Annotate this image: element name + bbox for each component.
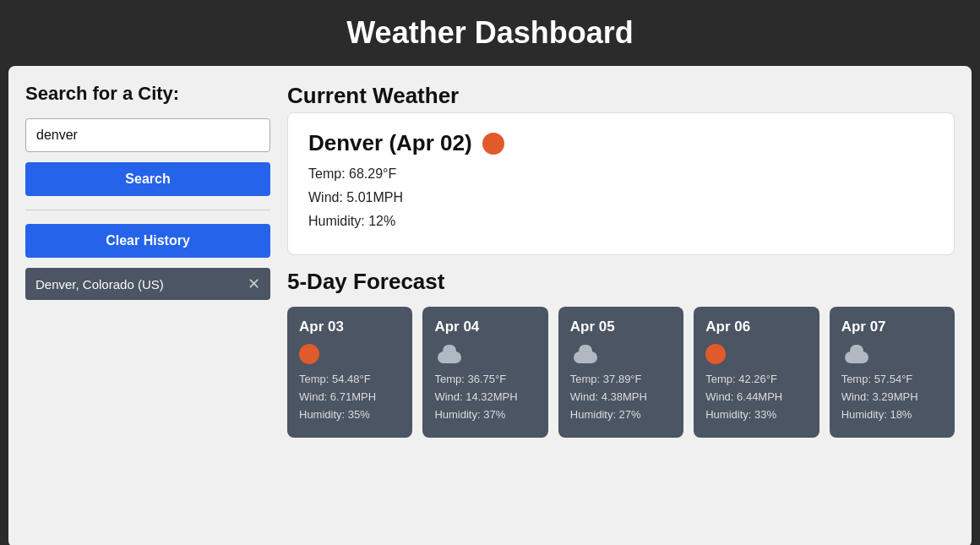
search-input[interactable] [25, 118, 270, 152]
forecast-temp: Temp: 57.54°F [841, 373, 943, 385]
history-item[interactable]: Denver, Colorado (US)✕ [25, 268, 270, 300]
page-title: Weather Dashboard [0, 15, 980, 51]
cloud-icon [434, 345, 465, 363]
forecast-wind: Wind: 3.29MPH [841, 390, 943, 403]
current-weather-title: Current Weather [287, 83, 955, 109]
sidebar: Search for a City: Search Clear History … [25, 83, 270, 531]
history-list: Denver, Colorado (US)✕ [25, 268, 270, 300]
search-button[interactable]: Search [25, 162, 270, 196]
cloud-icon [841, 345, 872, 363]
sun-icon [299, 344, 319, 364]
forecast-date: Apr 05 [570, 319, 672, 335]
forecast-temp: Temp: 37.89°F [570, 373, 672, 385]
page-header: Weather Dashboard [0, 0, 980, 66]
forecast-date: Apr 04 [434, 319, 536, 335]
forecast-date: Apr 06 [705, 319, 807, 335]
current-wind: Wind: 5.01MPH [308, 190, 934, 205]
search-label: Search for a City: [25, 83, 270, 105]
forecast-card: Apr 05Temp: 37.89°FWind: 4.38MPHHumidity… [558, 307, 683, 438]
current-weather-card: Denver (Apr 02) Temp: 68.29°F Wind: 5.01… [287, 112, 955, 255]
forecast-humidity: Humidity: 33% [705, 408, 807, 421]
forecast-humidity: Humidity: 18% [841, 408, 943, 421]
forecast-wind: Wind: 14.32MPH [434, 390, 536, 403]
forecast-cards: Apr 03Temp: 54.48°FWind: 6.71MPHHumidity… [287, 307, 955, 438]
forecast-date: Apr 03 [299, 319, 400, 335]
history-item-label: Denver, Colorado (US) [35, 277, 241, 292]
content-area: Current Weather Denver (Apr 02) Temp: 68… [287, 83, 955, 531]
forecast-section: 5-Day Forecast Apr 03Temp: 54.48°FWind: … [287, 269, 955, 438]
forecast-wind: Wind: 6.44MPH [705, 390, 807, 403]
forecast-card: Apr 04Temp: 36.75°FWind: 14.32MPHHumidit… [422, 307, 547, 438]
current-weather-section: Current Weather Denver (Apr 02) Temp: 68… [287, 83, 955, 255]
current-humidity: Humidity: 12% [308, 214, 934, 229]
city-name: Denver (Apr 02) [308, 130, 472, 156]
cloud-icon [570, 345, 601, 363]
forecast-title: 5-Day Forecast [287, 269, 955, 295]
divider [25, 210, 270, 210]
city-row: Denver (Apr 02) [308, 130, 934, 156]
forecast-date: Apr 07 [841, 319, 943, 335]
forecast-card: Apr 07Temp: 57.54°FWind: 3.29MPHHumidity… [830, 307, 955, 438]
forecast-temp: Temp: 36.75°F [434, 373, 536, 385]
forecast-card: Apr 06Temp: 42.26°FWind: 6.44MPHHumidity… [694, 307, 819, 438]
history-item-close-icon[interactable]: ✕ [248, 276, 260, 292]
forecast-humidity: Humidity: 27% [570, 408, 672, 421]
current-weather-sun-icon [482, 133, 504, 155]
forecast-humidity: Humidity: 35% [299, 408, 400, 421]
forecast-temp: Temp: 42.26°F [705, 373, 807, 385]
sun-icon [705, 344, 726, 364]
current-temp: Temp: 68.29°F [308, 166, 934, 182]
forecast-temp: Temp: 54.48°F [299, 373, 400, 385]
clear-history-button[interactable]: Clear History [25, 224, 270, 258]
forecast-wind: Wind: 6.71MPH [299, 390, 400, 403]
forecast-card: Apr 03Temp: 54.48°FWind: 6.71MPHHumidity… [287, 307, 412, 438]
forecast-wind: Wind: 4.38MPH [570, 390, 672, 403]
forecast-humidity: Humidity: 37% [434, 408, 536, 421]
main-container: Search for a City: Search Clear History … [8, 66, 972, 545]
